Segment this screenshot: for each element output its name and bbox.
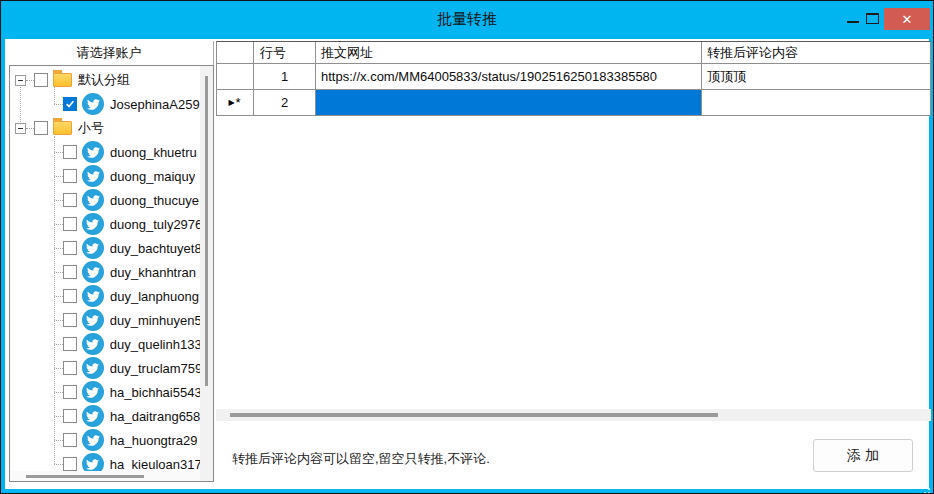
account-checkbox[interactable] [63,361,77,375]
tree-connector [54,440,63,441]
row-number-cell[interactable]: 1 [254,64,316,89]
close-button[interactable]: ✕ [884,8,930,30]
minimize-button[interactable] [847,21,859,23]
comment-cell[interactable] [702,90,931,115]
twitter-icon [82,213,104,235]
tree-connector [26,80,34,81]
current-new-row-indicator-icon[interactable]: ▶* [217,90,254,115]
tree-account-row[interactable]: JosephinaA259 [10,92,200,116]
account-checkbox[interactable] [63,97,77,111]
twitter-icon [82,261,104,283]
account-checkbox[interactable] [63,145,77,159]
account-checkbox[interactable] [63,409,77,423]
tree-account-row[interactable]: ha_kieuloan317 [10,452,200,471]
twitter-icon [82,429,104,451]
twitter-icon [82,333,104,355]
resize-grip-icon[interactable] [928,488,930,490]
twitter-bird [87,98,100,111]
tree-connector [54,104,63,105]
tree-account-row[interactable]: duong_maiquy [10,164,200,188]
account-label: duong_maiquy [110,169,195,184]
twitter-icon [82,165,104,187]
account-checkbox[interactable] [63,241,77,255]
tree-account-row[interactable]: duong_tuly2976 [10,212,200,236]
column-header-indicator[interactable] [217,42,254,63]
account-label: duy_truclam759 [110,361,200,376]
column-header-comment[interactable]: 转推后评论内容 [702,42,931,63]
group-label: 小号 [78,119,104,137]
twitter-bird [86,242,99,255]
collapse-toggle-icon[interactable] [15,75,26,86]
tree-connector [54,368,63,369]
tweet-url-cell[interactable]: https://x.com/MM64005833/status/19025162… [316,64,702,89]
client-area: 请选择账户 默认分组JosephinaA259小号duong_khuetrudu… [5,39,929,489]
group-checkbox[interactable] [34,73,48,87]
account-label: duy_bachtuyet8 [110,241,200,256]
table-horizontal-scrollbar[interactable] [216,409,931,421]
account-label: duy_quelinh133 [110,337,200,352]
twitter-bird [86,218,99,231]
column-header-row_no[interactable]: 行号 [254,42,316,63]
account-checkbox[interactable] [63,337,77,351]
column-header-url[interactable]: 推文网址 [316,42,702,63]
folder-icon [53,73,72,87]
tree-group-row[interactable]: 默认分组 [10,68,200,92]
tree-connector [54,272,63,273]
tree-account-row[interactable]: duy_bachtuyet8 [10,236,200,260]
tree-account-row[interactable]: duong_thucuye [10,188,200,212]
row-header-cell[interactable] [217,64,254,89]
row-number-cell[interactable]: 2 [254,90,316,115]
collapse-toggle-icon[interactable] [15,123,26,134]
tweet-url-cell[interactable] [316,90,702,115]
tree-connector [26,128,34,129]
tree-group-row[interactable]: 小号 [10,116,200,140]
tree-horizontal-scrollbar[interactable] [10,471,200,481]
tree-connector [54,344,63,345]
comment-cell[interactable]: 顶顶顶 [702,64,931,89]
twitter-bird [86,338,99,351]
tree-account-row[interactable]: duy_khanhtran [10,260,200,284]
account-checkbox[interactable] [63,433,77,447]
table-row[interactable]: 1https://x.com/MM64005833/status/1902516… [217,64,931,90]
account-checkbox[interactable] [63,313,77,327]
maximize-button[interactable] [866,13,879,24]
group-checkbox[interactable] [34,121,48,135]
account-checkbox[interactable] [63,169,77,183]
account-checkbox[interactable] [63,265,77,279]
account-checkbox[interactable] [63,457,77,471]
tree-vertical-scrollbar[interactable] [200,66,213,481]
tree-account-row[interactable]: duy_truclam759 [10,356,200,380]
tree-account-row[interactable]: ha_daitrang658 [10,404,200,428]
account-checkbox[interactable] [63,385,77,399]
window-title: 批量转推 [1,10,933,29]
account-checkbox[interactable] [63,217,77,231]
tree-account-row[interactable]: ha_bichhai5543 [10,380,200,404]
account-checkbox[interactable] [63,193,77,207]
twitter-bird [86,458,99,471]
tree-account-row[interactable]: ha_huongtra29 [10,428,200,452]
table-row[interactable]: ▶*2 [217,90,931,116]
tree-vertical-scrollbar-thumb[interactable] [205,76,208,386]
twitter-bird [86,410,99,423]
twitter-bird [87,194,100,207]
tree-connector [54,296,63,297]
tree-account-row[interactable]: duy_quelinh133 [10,332,200,356]
titlebar[interactable]: 批量转推 ✕ [1,1,933,38]
add-button[interactable]: 添 加 [813,439,913,472]
table-horizontal-scrollbar-thumb[interactable] [230,413,718,417]
twitter-icon [82,285,104,307]
account-checkbox[interactable] [63,289,77,303]
account-label: duy_khanhtran [110,265,196,280]
tree-connector [54,152,63,153]
tree-account-row[interactable]: duy_minhuyen5 [10,308,200,332]
group-label: 默认分组 [78,71,130,89]
account-label: duong_tuly2976 [110,217,200,232]
tree-connector [54,224,63,225]
account-panel-header: 请选择账户 [5,41,214,65]
twitter-icon [82,453,104,471]
tree-horizontal-scrollbar-thumb[interactable] [26,475,144,478]
tree-account-row[interactable]: duong_khuetru [10,140,200,164]
batch-retweet-window: 批量转推 ✕ 请选择账户 默认分组JosephinaA259小号duong_kh… [0,0,934,494]
twitter-icon [82,405,104,427]
tree-account-row[interactable]: duy_lanphuong [10,284,200,308]
